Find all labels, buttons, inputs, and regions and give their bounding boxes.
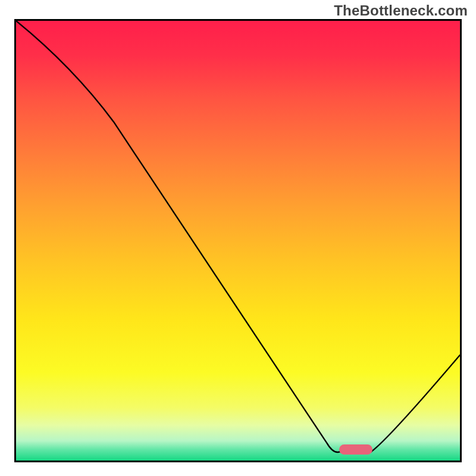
chart-container: TheBottleneck.com [0, 0, 476, 476]
plot-area [14, 19, 462, 462]
bottleneck-curve [16, 21, 460, 461]
optimal-zone-marker [339, 444, 372, 455]
watermark-label: TheBottleneck.com [334, 2, 468, 19]
bottleneck-curve-path [16, 21, 460, 452]
